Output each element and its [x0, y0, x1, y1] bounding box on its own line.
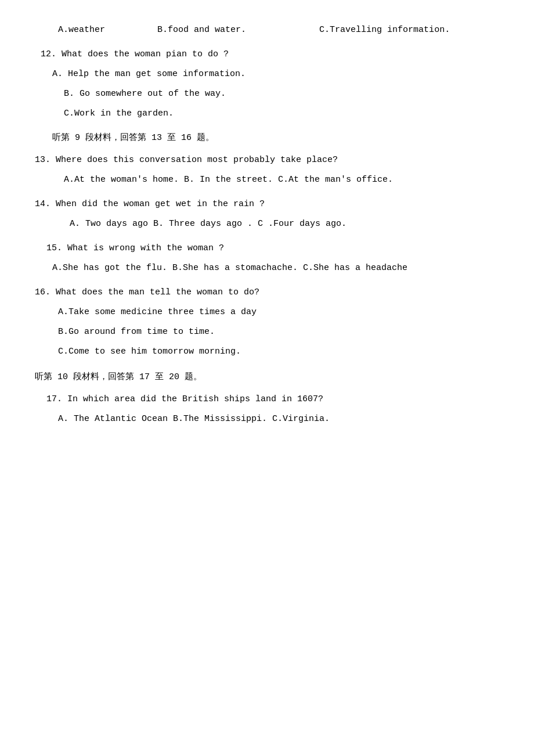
q12-line: 12. What does the woman pian to do ?: [35, 48, 499, 62]
q17-text: In which area did the British ships land…: [67, 394, 323, 404]
q17-number: 17.: [46, 394, 62, 404]
q14-text: When did the woman get wet in the rain ?: [56, 199, 265, 209]
q16-answer-b: B.Go around from time to time.: [35, 325, 499, 339]
question-15-block: 15. What is wrong with the woman ? A.She…: [35, 242, 499, 275]
q11-option-c: C.Travelling information.: [319, 25, 450, 35]
q11-option-a: A.weather: [58, 25, 105, 35]
q15-text: What is wrong with the woman ?: [67, 243, 224, 253]
q16-answer-a: A.Take some medicine three times a day: [35, 305, 499, 319]
q17-options: A. The Atlantic Ocean B.The Mississippi.…: [46, 412, 499, 426]
q12-number: 12.: [41, 49, 56, 59]
question-16-block: 16. What does the man tell the woman to …: [35, 286, 499, 359]
q12-answer-b: B. Go somewhere out of the way.: [35, 87, 499, 101]
q15-number: 15.: [46, 243, 62, 253]
q11-options-line: A.weather B.food and water. C.Travelling…: [35, 23, 499, 37]
q17-line: 17. In which area did the British ships …: [46, 393, 499, 406]
q11-option-b: B.food and water.: [157, 25, 246, 35]
q15-line: 15. What is wrong with the woman ?: [35, 242, 499, 255]
section-10-header: 听第 10 段材料，回答第 17 至 20 题。: [35, 370, 499, 384]
section-9-header: 听第 9 段材料，回答第 13 至 16 题。: [35, 131, 499, 145]
question-11-options: A.weather B.food and water. C.Travelling…: [35, 23, 499, 37]
q16-number: 16.: [35, 287, 50, 297]
question-13-block: 13. Where does this conversation most pr…: [35, 153, 499, 187]
q16-line: 16. What does the man tell the woman to …: [35, 286, 499, 300]
q13-text: Where does this conversation most probab…: [56, 155, 338, 165]
q14-line: 14. When did the woman get wet in the ra…: [35, 197, 499, 211]
q15-options: A.She has got the flu. B.She has a stoma…: [35, 261, 499, 275]
question-12-block: 12. What does the woman pian to do ? A. …: [35, 48, 499, 121]
q14-options: A. Two days ago B. Three days ago . C .F…: [35, 217, 499, 231]
q12-answer-c: C.Work in the garden.: [35, 107, 499, 121]
q13-number: 13.: [35, 155, 50, 165]
q12-answer-a: A. Help the man get some information.: [35, 67, 499, 81]
q12-text: What does the woman pian to do ?: [62, 49, 229, 59]
question-17-block: 17. In which area did the British ships …: [35, 393, 499, 426]
q14-number: 14.: [35, 199, 50, 209]
q16-answer-c: C.Come to see him tomorrow morning.: [35, 345, 499, 359]
question-14-block: 14. When did the woman get wet in the ra…: [35, 197, 499, 231]
q13-options: A.At the woman's home. B. In the street.…: [35, 173, 499, 187]
q13-line: 13. Where does this conversation most pr…: [35, 153, 499, 167]
q16-text: What does the man tell the woman to do?: [56, 287, 259, 297]
